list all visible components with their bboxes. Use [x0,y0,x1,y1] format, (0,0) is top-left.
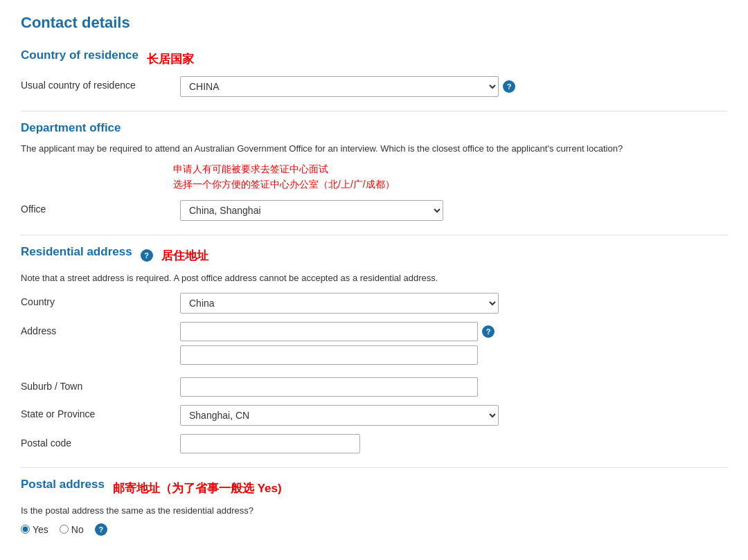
country-of-residence-help-icon[interactable]: ? [503,80,515,93]
state-field-row: State or Province Shanghai, CN Beijing, … [21,405,727,426]
office-field-row: Office China, Shanghai China, Beijing Ch… [21,200,727,221]
department-office-section: Department office The applicant may be r… [21,121,727,221]
address-field-row: Address ? [21,322,727,369]
postal-address-section: Postal address 邮寄地址（为了省事一般选 Yes) Is the … [21,478,727,536]
country-select[interactable]: China Australia United States [180,293,499,314]
address-line2-input[interactable] [180,345,478,365]
page-title: Contact details [21,14,727,32]
country-of-residence-section: Country of residence 长居国家 Usual country … [21,48,727,97]
postal-no-label[interactable]: No [60,524,84,535]
residential-address-section: Residential address ? 居住地址 Note that a s… [21,245,727,453]
country-of-residence-select[interactable]: CHINA AUSTRALIA UNITED STATES UNITED KIN… [180,76,499,97]
postal-code-input[interactable] [180,434,360,453]
postal-address-radio-group: Yes No ? [21,523,727,536]
office-select[interactable]: China, Shanghai China, Beijing China, Gu… [180,200,443,221]
residential-address-note: Note that a street address is required. … [21,273,727,283]
country-of-residence-title: Country of residence [21,48,139,62]
divider-1 [21,111,727,111]
country-field-control: China Australia United States [180,293,727,314]
postal-address-question: Is the postal address the same as the re… [21,504,727,518]
suburb-control [180,377,727,397]
suburb-field-row: Suburb / Town [21,377,727,397]
postal-address-title: Postal address [21,478,105,491]
country-field-row: Country China Australia United States [21,293,727,314]
address-help-icon[interactable]: ? [482,325,495,338]
residential-address-title: Residential address [21,245,132,259]
postal-code-label: Postal code [21,434,173,449]
postal-no-radio[interactable] [60,525,69,534]
country-of-residence-title-cn: 长居国家 [147,51,194,67]
office-control: China, Shanghai China, Beijing China, Gu… [180,200,727,221]
office-label: Office [21,200,173,215]
residential-address-title-cn: 居住地址 [161,248,208,264]
postal-address-title-cn: 邮寄地址（为了省事一般选 Yes) [113,480,282,496]
divider-3 [21,467,727,468]
department-office-description-cn: 申请人有可能被要求去签证中心面试 选择一个你方便的签证中心办公室（北/上/广/成… [173,161,727,192]
state-label: State or Province [21,405,173,419]
department-office-description: The applicant may be required to attend … [21,142,727,156]
residential-address-help-icon[interactable]: ? [141,249,153,262]
address-label: Address [21,322,173,336]
country-of-residence-label: Usual country of residence [21,76,173,91]
suburb-input[interactable] [180,377,478,397]
country-of-residence-control: CHINA AUSTRALIA UNITED STATES UNITED KIN… [180,76,727,97]
address-line1-input[interactable] [180,322,478,341]
department-office-title: Department office [21,121,727,135]
divider-2 [21,235,727,235]
postal-code-control [180,434,727,453]
postal-yes-radio[interactable] [21,525,30,534]
postal-yes-label[interactable]: Yes [21,524,48,535]
country-label: Country [21,293,173,307]
postal-no-text: No [71,524,84,535]
country-of-residence-field-row: Usual country of residence CHINA AUSTRAL… [21,76,727,97]
postal-code-field-row: Postal code [21,434,727,453]
postal-address-help-icon[interactable]: ? [95,523,107,536]
state-select[interactable]: Shanghai, CN Beijing, CN Guangdong, CN S… [180,405,499,426]
postal-yes-text: Yes [33,524,48,535]
address-control: ? [180,322,727,369]
state-control: Shanghai, CN Beijing, CN Guangdong, CN S… [180,405,727,426]
suburb-label: Suburb / Town [21,377,173,392]
